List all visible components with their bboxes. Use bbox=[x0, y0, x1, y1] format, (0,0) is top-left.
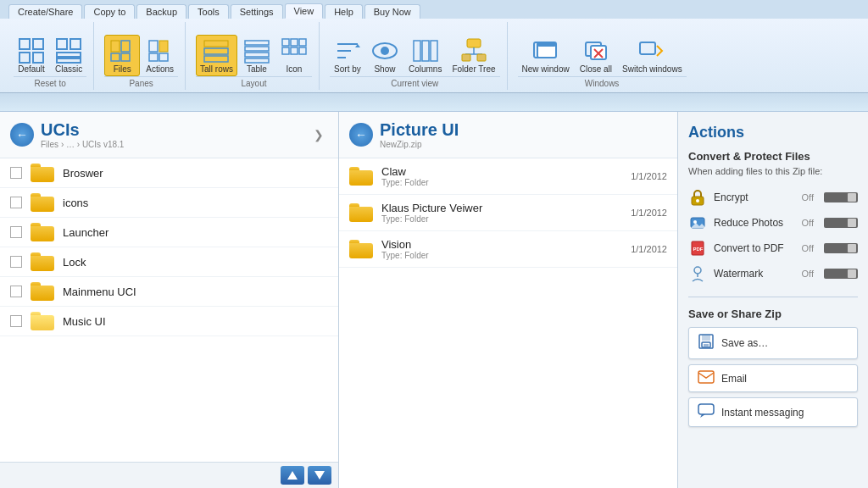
separator-bar bbox=[0, 93, 868, 112]
svg-rect-0 bbox=[19, 39, 30, 49]
folder-icon bbox=[349, 240, 373, 258]
file-name: Music UI bbox=[63, 315, 106, 328]
file-name: Launcher bbox=[63, 226, 108, 239]
tab-tools[interactable]: Tools bbox=[188, 4, 229, 19]
actions-title: Actions bbox=[688, 124, 858, 141]
svg-rect-41 bbox=[477, 54, 486, 61]
zip-item-name: Klaus Picture Veiwer bbox=[381, 202, 482, 214]
convert-pdf-toggle[interactable] bbox=[824, 243, 858, 253]
left-nav-prev[interactable] bbox=[281, 466, 304, 485]
svg-rect-66 bbox=[698, 404, 714, 414]
columns-btn[interactable]: Columns bbox=[404, 35, 446, 76]
files-btn[interactable]: Files bbox=[104, 35, 140, 76]
left-back-button[interactable]: ← bbox=[10, 123, 34, 147]
file-name: icons bbox=[63, 197, 88, 209]
file-checkbox[interactable] bbox=[10, 226, 22, 238]
tab-backup[interactable]: Backup bbox=[136, 4, 186, 19]
svg-rect-9 bbox=[121, 41, 130, 52]
svg-rect-12 bbox=[149, 41, 158, 52]
tab-create-share[interactable]: Create/Share bbox=[8, 4, 82, 19]
svg-rect-36 bbox=[431, 41, 437, 61]
table-btn[interactable]: Table bbox=[239, 35, 275, 76]
watermark-toggle[interactable] bbox=[824, 269, 858, 279]
middle-panel: ← Picture UI NewZip.zip Claw Type: Folde… bbox=[339, 112, 678, 488]
tab-settings[interactable]: Settings bbox=[231, 4, 283, 19]
folder-icon bbox=[349, 203, 373, 222]
right-panel: Actions Convert & Protect Files When add… bbox=[678, 112, 868, 488]
tab-view[interactable]: View bbox=[285, 3, 324, 19]
svg-rect-7 bbox=[57, 58, 81, 63]
save-as-button[interactable]: Save as… bbox=[688, 327, 858, 359]
switch-windows-btn[interactable]: Switch windows bbox=[618, 35, 687, 76]
list-item[interactable]: Mainmenu UCI bbox=[0, 277, 338, 307]
ribbon-group-layout: Tall rows Table Icon Layout bbox=[189, 22, 320, 90]
zip-item-date: 1/1/2012 bbox=[631, 208, 667, 218]
tab-copy-to[interactable]: Copy to bbox=[84, 4, 135, 19]
classic-btn[interactable]: Classic bbox=[51, 35, 86, 76]
actions-icon bbox=[147, 37, 174, 64]
svg-rect-22 bbox=[245, 58, 269, 63]
reduce-photos-label: Reduce Photos bbox=[714, 217, 795, 229]
reset-buttons: Default Classic bbox=[14, 24, 86, 76]
reduce-photos-status: Off bbox=[802, 218, 814, 228]
middle-file-list: Claw Type: Folder 1/1/2012 Klaus Picture… bbox=[339, 158, 677, 488]
svg-rect-10 bbox=[111, 53, 120, 61]
actions-ribbon-btn[interactable]: Actions bbox=[142, 35, 178, 76]
instant-messaging-label: Instant messaging bbox=[721, 407, 804, 419]
sort-by-btn[interactable]: Sort by bbox=[330, 35, 365, 76]
zip-item[interactable]: Klaus Picture Veiwer Type: Folder 1/1/20… bbox=[339, 195, 677, 231]
new-window-btn[interactable]: New window bbox=[518, 35, 574, 76]
left-nav-next[interactable] bbox=[308, 466, 331, 485]
tab-buy-now[interactable]: Buy Now bbox=[364, 4, 420, 19]
close-all-btn[interactable]: Close all bbox=[576, 35, 616, 76]
file-checkbox[interactable] bbox=[10, 256, 22, 268]
zip-item-type: Type: Folder bbox=[381, 251, 429, 260]
instant-messaging-button[interactable]: Instant messaging bbox=[688, 397, 858, 427]
file-checkbox[interactable] bbox=[10, 197, 22, 208]
zip-item[interactable]: Claw Type: Folder 1/1/2012 bbox=[339, 158, 677, 195]
svg-rect-13 bbox=[159, 41, 168, 52]
middle-back-button[interactable]: ← bbox=[349, 123, 373, 147]
reduce-photos-toggle[interactable] bbox=[824, 218, 858, 228]
show-btn[interactable]: Show bbox=[367, 35, 403, 76]
lock-icon bbox=[688, 188, 707, 207]
svg-rect-20 bbox=[245, 47, 269, 51]
file-checkbox[interactable] bbox=[10, 286, 22, 297]
reduce-photos-row: Reduce Photos Off bbox=[688, 210, 858, 236]
svg-rect-21 bbox=[245, 53, 269, 57]
svg-point-33 bbox=[381, 47, 389, 55]
left-panel: ← UCIs Files › … › UCIs v18.1 ❯ Broswer … bbox=[0, 112, 339, 488]
file-checkbox[interactable] bbox=[10, 167, 22, 179]
layout-buttons: Tall rows Table Icon bbox=[196, 24, 312, 76]
tall-rows-btn[interactable]: Tall rows bbox=[196, 35, 237, 76]
tab-help[interactable]: Help bbox=[325, 4, 363, 19]
list-item[interactable]: Music UI bbox=[0, 307, 338, 336]
svg-rect-24 bbox=[291, 39, 298, 46]
svg-rect-15 bbox=[159, 53, 168, 61]
folder-icon bbox=[31, 282, 54, 301]
svg-rect-49 bbox=[640, 42, 655, 54]
folder-tree-btn[interactable]: Folder Tree bbox=[448, 35, 499, 76]
default-btn[interactable]: Default bbox=[14, 35, 49, 76]
table-icon bbox=[243, 37, 270, 64]
encrypt-toggle[interactable] bbox=[824, 192, 858, 202]
icon-btn[interactable]: Icon bbox=[276, 35, 312, 76]
encrypt-label: Encrypt bbox=[714, 191, 795, 203]
svg-marker-50 bbox=[287, 471, 298, 480]
list-item[interactable]: Broswer bbox=[0, 158, 338, 188]
folder-icon bbox=[349, 167, 373, 186]
list-item[interactable]: Lock bbox=[0, 247, 338, 277]
list-item[interactable]: icons bbox=[0, 188, 338, 218]
list-item[interactable]: Launcher bbox=[0, 218, 338, 247]
left-forward-button[interactable]: ❯ bbox=[309, 125, 328, 144]
zip-item[interactable]: Vision Type: Folder 1/1/2012 bbox=[339, 231, 677, 268]
svg-rect-11 bbox=[121, 53, 130, 61]
email-button[interactable]: Email bbox=[688, 364, 858, 392]
file-checkbox[interactable] bbox=[10, 315, 22, 327]
email-icon bbox=[698, 370, 715, 386]
icon-view-icon bbox=[281, 37, 308, 64]
file-name: Mainmenu UCI bbox=[63, 286, 136, 298]
svg-point-59 bbox=[694, 267, 701, 274]
zip-item-info: Claw Type: Folder bbox=[381, 165, 429, 187]
left-panel-header: ← UCIs Files › … › UCIs v18.1 ❯ bbox=[0, 112, 338, 158]
